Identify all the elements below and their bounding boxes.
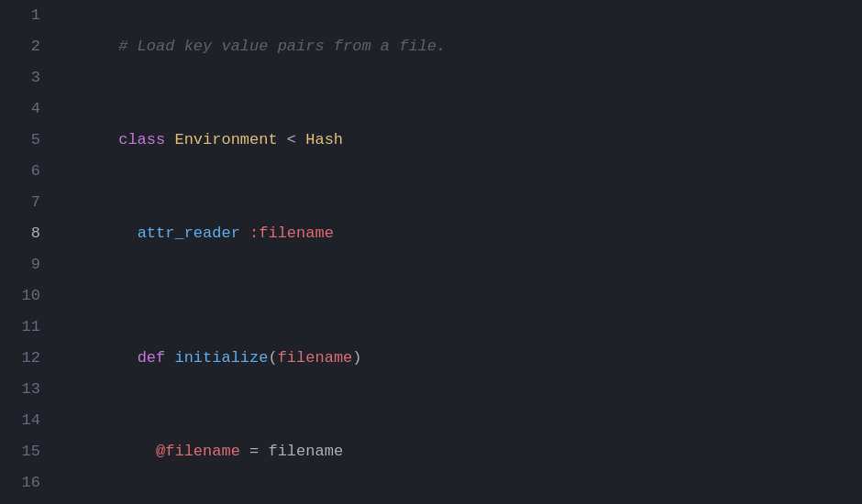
- code-line-3: attr_reader :filename: [62, 187, 862, 280]
- code-line-6: @filename = filename: [62, 405, 862, 499]
- line-num-16: 16: [15, 467, 40, 499]
- line-num-14: 14: [15, 405, 40, 436]
- code-line-2: class Environment < Hash: [62, 93, 862, 187]
- line-num-8: 8: [15, 218, 40, 249]
- code-content[interactable]: # Load key value pairs from a file. clas…: [55, 0, 862, 504]
- line-num-9: 9: [15, 249, 40, 280]
- line-num-11: 11: [15, 312, 40, 343]
- line-num-15: 15: [15, 436, 40, 467]
- line-numbers: 1 2 3 4 5 6 7 8 9 10 11 12 13 14 15 16: [0, 0, 55, 504]
- line-num-3: 3: [15, 62, 40, 93]
- line-num-6: 6: [15, 156, 40, 187]
- code-line-5: def initialize(filename): [62, 312, 862, 405]
- code-line-7: load: [62, 499, 862, 504]
- line-num-10: 10: [15, 280, 40, 312]
- line-num-7: 7: [15, 187, 40, 218]
- code-line-4: [62, 280, 862, 312]
- line-num-13: 13: [15, 374, 40, 405]
- line-num-5: 5: [15, 125, 40, 156]
- code-line-1: # Load key value pairs from a file.: [62, 0, 862, 93]
- line-num-4: 4: [15, 93, 40, 125]
- line-num-1: 1: [15, 0, 40, 31]
- line-num-12: 12: [15, 343, 40, 374]
- code-editor: 1 2 3 4 5 6 7 8 9 10 11 12 13 14 15 16 #…: [0, 0, 862, 504]
- line-num-2: 2: [15, 31, 40, 62]
